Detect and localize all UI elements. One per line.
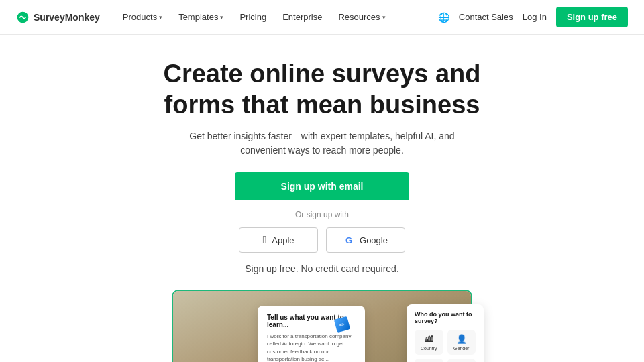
- or-text: Or sign up with: [295, 210, 349, 219]
- nav-links: Products ▾ Templates ▾ Pricing Enterpris…: [116, 8, 392, 26]
- google-signup-button[interactable]: G Google: [326, 227, 405, 253]
- who-to-survey-card: Who do you want to survey? 🏙 Country 👤 G…: [407, 304, 484, 362]
- apple-icon: : [262, 234, 266, 246]
- chevron-down-icon: ▾: [220, 14, 223, 21]
- gender-label: Gender: [453, 346, 469, 351]
- nav-products[interactable]: Products ▾: [116, 8, 169, 26]
- google-label: Google: [360, 235, 388, 245]
- or-divider: Or sign up with: [235, 210, 409, 219]
- google-icon: G: [343, 235, 354, 245]
- social-buttons:  Apple G Google: [239, 227, 405, 253]
- survey-option-age[interactable]: 🎂 Age: [415, 359, 443, 362]
- logo[interactable]: SurveyMonkey: [16, 11, 100, 24]
- apple-signup-button[interactable]:  Apple: [239, 227, 318, 253]
- country-label: Country: [421, 346, 437, 351]
- survey-option-income[interactable]: 💰 Income: [447, 359, 476, 362]
- login-link[interactable]: Log In: [523, 12, 547, 22]
- nav-right: 🌐 Contact Sales Log In Sign up free: [438, 7, 628, 27]
- nav-resources[interactable]: Resources ▾: [331, 8, 392, 26]
- no-credit-card-text: Sign up free. No credit card required.: [245, 262, 399, 276]
- country-icon: 🏙: [425, 334, 433, 344]
- divider-line-left: [235, 215, 287, 215]
- nav-enterprise[interactable]: Enterprise: [276, 8, 329, 26]
- navbar: SurveyMonkey Products ▾ Templates ▾ Pric…: [0, 0, 644, 35]
- chevron-down-icon: ▾: [159, 14, 162, 21]
- apple-label: Apple: [272, 235, 294, 245]
- hero-subtext: Get better insights faster—with expert t…: [188, 129, 456, 158]
- hero-headline: Create online surveys and forms that mea…: [134, 59, 510, 120]
- survey-option-gender[interactable]: 👤 Gender: [447, 330, 476, 355]
- signup-email-button[interactable]: Sign up with email: [235, 172, 409, 200]
- chevron-down-icon: ▾: [382, 14, 386, 21]
- preview-area: ✏ Tell us what you want to learn... I wo…: [158, 290, 486, 362]
- signup-free-button[interactable]: Sign up free: [556, 7, 628, 27]
- ai-prompt-card: ✏ Tell us what you want to learn... I wo…: [258, 306, 365, 362]
- nav-pricing[interactable]: Pricing: [233, 8, 273, 26]
- divider-line-right: [357, 215, 409, 215]
- gender-icon: 👤: [456, 334, 467, 344]
- hero-section: Create online surveys and forms that mea…: [0, 35, 644, 290]
- contact-sales-link[interactable]: Contact Sales: [459, 12, 513, 22]
- globe-icon[interactable]: 🌐: [438, 12, 449, 23]
- nav-left: SurveyMonkey Products ▾ Templates ▾ Pric…: [16, 8, 392, 26]
- logo-text: SurveyMonkey: [34, 12, 100, 23]
- survey-options-grid: 🏙 Country 👤 Gender 🎂 Age 💰 Income: [415, 330, 476, 362]
- survey-card-title: Who do you want to survey?: [415, 311, 476, 324]
- nav-templates[interactable]: Templates ▾: [172, 8, 230, 26]
- ai-card-text: I work for a transportation company call…: [267, 333, 356, 362]
- survey-option-country[interactable]: 🏙 Country: [415, 330, 443, 355]
